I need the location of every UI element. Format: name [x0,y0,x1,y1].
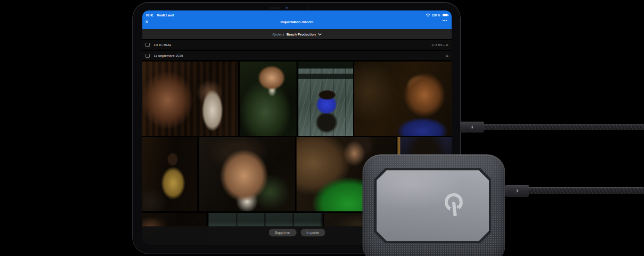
chevron-down-icon [318,33,322,36]
source-label: 11 septembre 2025 [154,54,183,57]
photo-thumbnail[interactable] [142,137,197,211]
drive-faceplate [377,170,489,241]
top-sensor-bar [269,7,280,9]
add-to-label: Ajouter à [272,33,284,36]
delete-button[interactable]: Supprimer [269,229,297,236]
source-row-date[interactable]: 11 septembre 2025 11 [142,51,452,60]
source-row-external[interactable]: EXTERNAL 17,6 Mo – 11 [142,40,452,50]
photo-thumbnail[interactable] [142,61,238,136]
front-camera [286,7,288,9]
app-header: 09:41 Mardi 1 avril 100 % ✕ [142,10,452,29]
external-ssd-drive [362,154,505,256]
collection-name: Beach Production [287,32,316,36]
usb-cable-top [482,124,644,130]
g-brand-logo-icon [442,190,467,219]
thunderbolt-icon [516,189,519,193]
photo-thumbnail[interactable] [298,61,353,136]
more-options-button[interactable]: ••• [443,18,447,22]
photo-thumbnail[interactable] [199,137,295,211]
photo-thumbnail[interactable] [240,61,297,136]
clock: 09:41 [146,14,154,17]
title-bar: ✕ Importation directe ••• [142,18,452,29]
add-to-collection-dropdown[interactable]: Ajouter à Beach Production [142,29,452,39]
checkbox[interactable] [146,54,150,58]
source-meta: 11 [445,54,448,57]
battery-icon [442,14,448,17]
grid-row [142,61,452,136]
usb-connector-bottom [505,185,529,197]
source-meta: 17,6 Mo – 11 [432,43,448,46]
wifi-icon [426,13,430,17]
drive-faceplate-groove [374,168,491,243]
status-bar: 09:41 Mardi 1 avril 100 % [142,10,452,18]
battery-percent: 100 % [432,14,440,17]
date-label: Mardi 1 avril [157,14,174,17]
usb-connector-top [460,122,484,133]
usb-cable-bottom [527,187,644,194]
ambient-sensor [307,7,309,9]
import-button[interactable]: Importer [301,229,325,236]
scene: 09:41 Mardi 1 avril 100 % ✕ [0,0,644,256]
thunderbolt-icon [471,125,474,129]
checkbox[interactable] [146,43,150,47]
source-list: EXTERNAL 17,6 Mo – 11 11 septembre 2025 … [142,40,452,60]
source-label: EXTERNAL [154,43,171,46]
page-title: Importation directe [142,20,452,24]
photo-thumbnail[interactable] [354,61,452,136]
